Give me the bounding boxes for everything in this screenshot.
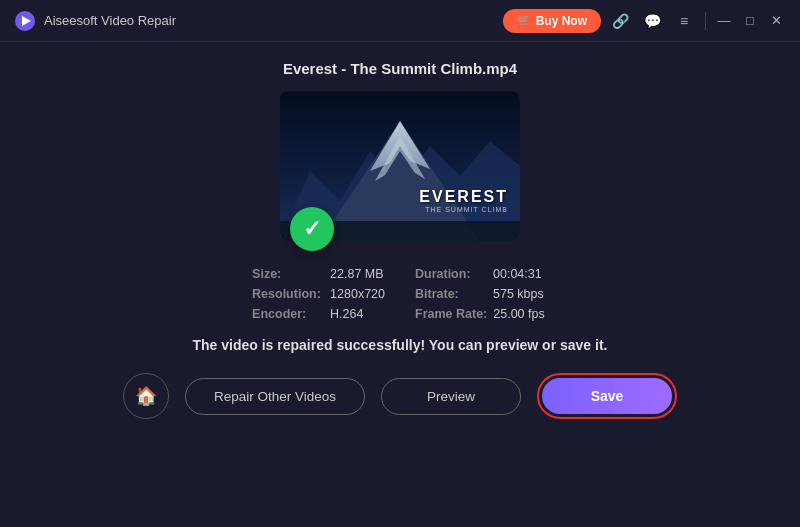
main-content: Everest - The Summit Climb.mp4 (0, 42, 800, 527)
info-bitrate: Bitrate: 575 kbps (415, 287, 548, 301)
info-framerate: Frame Rate: 25.00 fps (415, 307, 548, 321)
buttons-row: 🏠 Repair Other Videos Preview Save (123, 373, 677, 419)
framerate-label: Frame Rate: (415, 307, 487, 321)
duration-value: 00:04:31 (493, 267, 542, 281)
preview-button[interactable]: Preview (381, 378, 521, 415)
everest-overlay: EVEREST THE SUMMIT CLIMB (419, 188, 508, 213)
save-button-wrapper: Save (537, 373, 677, 419)
repair-other-videos-button[interactable]: Repair Other Videos (185, 378, 365, 415)
info-resolution: Resolution: 1280x720 (252, 287, 385, 301)
success-message: The video is repaired successfully! You … (193, 337, 608, 353)
title-bar-left: Aiseesoft Video Repair (14, 10, 176, 32)
app-title: Aiseesoft Video Repair (44, 13, 176, 28)
maximize-button[interactable]: □ (740, 11, 760, 31)
size-label: Size: (252, 267, 324, 281)
success-check-badge: ✓ (290, 207, 334, 251)
close-button[interactable]: ✕ (766, 11, 786, 31)
video-info-grid: Size: 22.87 MB Duration: 00:04:31 Resolu… (252, 267, 548, 321)
link-icon[interactable]: 🔗 (607, 8, 633, 34)
info-encoder: Encoder: H.264 (252, 307, 385, 321)
info-duration: Duration: 00:04:31 (415, 267, 548, 281)
resolution-value: 1280x720 (330, 287, 385, 301)
chat-icon[interactable]: 💬 (639, 8, 665, 34)
info-size: Size: 22.87 MB (252, 267, 385, 281)
home-button[interactable]: 🏠 (123, 373, 169, 419)
bitrate-label: Bitrate: (415, 287, 487, 301)
encoder-label: Encoder: (252, 307, 324, 321)
duration-label: Duration: (415, 267, 487, 281)
buy-now-button[interactable]: Buy Now (503, 9, 601, 33)
title-bar-right: Buy Now 🔗 💬 ≡ — □ ✕ (503, 8, 786, 34)
encoder-value: H.264 (330, 307, 363, 321)
minimize-button[interactable]: — (714, 11, 734, 31)
size-value: 22.87 MB (330, 267, 384, 281)
title-divider (705, 12, 706, 30)
title-bar: Aiseesoft Video Repair Buy Now 🔗 💬 ≡ — □… (0, 0, 800, 42)
resolution-label: Resolution: (252, 287, 324, 301)
app-logo-icon (14, 10, 36, 32)
home-icon: 🏠 (135, 385, 157, 407)
bitrate-value: 575 kbps (493, 287, 544, 301)
save-button[interactable]: Save (542, 378, 672, 414)
video-thumbnail-container: EVEREST THE SUMMIT CLIMB ✓ (280, 91, 520, 241)
menu-icon[interactable]: ≡ (671, 8, 697, 34)
video-title: Everest - The Summit Climb.mp4 (283, 60, 517, 77)
everest-title: EVEREST (419, 188, 508, 206)
everest-subtitle: THE SUMMIT CLIMB (419, 206, 508, 213)
framerate-value: 25.00 fps (493, 307, 544, 321)
